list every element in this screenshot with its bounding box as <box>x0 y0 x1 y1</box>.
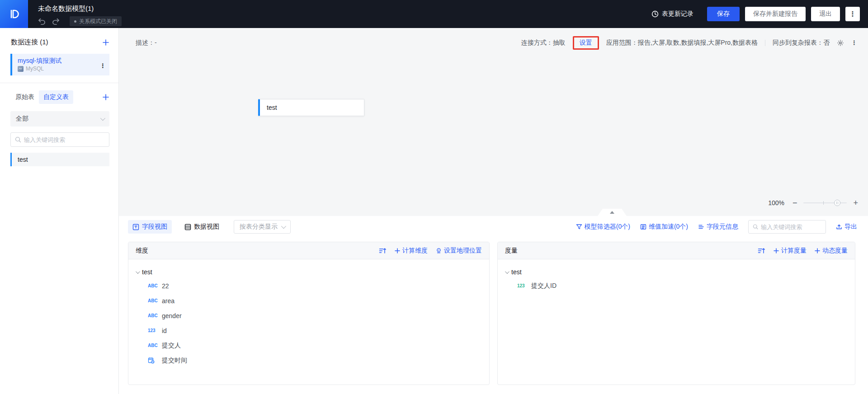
measures-tree: test 123 提交人ID <box>498 259 855 300</box>
arrow-up-icon <box>610 211 614 214</box>
connection-type-label: MySQL <box>26 66 44 72</box>
measures-title: 度量 <box>505 247 518 255</box>
exit-button[interactable]: 退出 <box>811 7 840 21</box>
header-more-button[interactable]: ⋮ <box>845 7 860 21</box>
dimension-field-row[interactable]: 123 id <box>136 323 482 338</box>
redo-icon[interactable] <box>52 18 60 25</box>
dimension-group-row[interactable]: test <box>136 266 482 278</box>
export-label: 导出 <box>844 223 857 231</box>
model-canvas[interactable]: 描述：- 连接方式：抽取 设置 应用范围：报告,大屏,取数,数据填报,大屏Pro… <box>119 28 868 216</box>
dimension-field-row[interactable]: ABC area <box>136 293 482 308</box>
connection-name: mysql-填报测试 <box>18 56 61 65</box>
model-filter-link[interactable]: 模型筛选器(0个) <box>576 223 630 231</box>
top-header: 未命名数据模型(1) 关系模式已关闭 表更新记录 保存 保存并新建报告 退出 ⋮ <box>0 0 868 28</box>
field-label: 提交人ID <box>531 282 557 290</box>
canvas-more-icon[interactable]: ⋮ <box>851 40 857 46</box>
dimension-field-row[interactable]: ABC 22 <box>136 278 482 293</box>
plus-icon <box>102 39 109 46</box>
status-dot-icon <box>74 20 76 23</box>
display-mode-select[interactable]: 按表分类显示 <box>234 220 291 234</box>
card-list-icon <box>640 224 646 230</box>
set-geo-label: 设置地理位置 <box>444 247 482 255</box>
text-type-icon: ABC <box>148 313 158 318</box>
table-update-log-button[interactable]: 表更新记录 <box>651 10 693 18</box>
add-calc-measure-button[interactable]: 计算度量 <box>774 247 807 255</box>
connection-more-icon[interactable]: ⋮ <box>100 63 106 69</box>
measure-group-row[interactable]: test <box>505 266 848 278</box>
export-icon <box>836 224 842 230</box>
mysql-icon <box>18 66 24 72</box>
connection-item-mysql[interactable]: mysql-填报测试 MySQL ⋮ <box>10 54 109 75</box>
zoom-out-button[interactable]: − <box>793 199 797 207</box>
table-filter-select[interactable]: 全部 <box>10 111 109 127</box>
table-filter-value: 全部 <box>16 115 28 123</box>
field-view-icon <box>132 224 139 230</box>
export-link[interactable]: 导出 <box>836 223 857 231</box>
slider-handle[interactable] <box>834 200 840 206</box>
page-title: 未命名数据模型(1) <box>38 5 94 13</box>
slider-track <box>803 202 847 203</box>
settings-highlight-box: 设置 <box>573 36 599 50</box>
tab-data-view-label: 数据视图 <box>194 223 219 231</box>
zoom-slider[interactable] <box>803 200 847 206</box>
data-view-icon <box>184 224 191 230</box>
sort-button[interactable] <box>379 248 387 254</box>
tab-original-tables[interactable]: 原始表 <box>11 90 39 104</box>
sidebar-table-item-test[interactable]: test <box>10 153 109 166</box>
sort-icon <box>379 248 387 254</box>
dimensions-tree: test ABC 22 ABC area ABC gender 123 id <box>128 259 489 374</box>
dimension-field-row[interactable]: ABC 提交人 <box>136 338 482 353</box>
number-type-icon: 123 <box>517 283 527 288</box>
dimension-field-row[interactable]: ABC gender <box>136 308 482 323</box>
field-meta-label: 字段元信息 <box>707 223 738 231</box>
add-dynamic-measure-button[interactable]: 动态度量 <box>815 247 848 255</box>
field-meta-link[interactable]: 字段元信息 <box>698 223 738 231</box>
field-label: 提交人 <box>162 342 181 350</box>
field-label: 22 <box>162 282 169 290</box>
measures-panel: 度量 计算度量 动态度量 <box>497 242 855 385</box>
save-button[interactable]: 保存 <box>707 7 740 21</box>
settings-link[interactable]: 设置 <box>580 39 592 47</box>
zoom-in-button[interactable]: + <box>853 199 858 207</box>
left-sidebar: 数据连接 (1) mysql-填报测试 MySQL ⋮ 原始表 自定义表 <box>0 28 119 394</box>
tab-field-view[interactable]: 字段视图 <box>128 220 172 234</box>
add-connection-button[interactable] <box>102 39 109 46</box>
tab-custom-tables[interactable]: 自定义表 <box>39 90 73 104</box>
dimension-accel-label: 维值加速(0个) <box>649 223 688 231</box>
add-calc-dimension-label: 计算维度 <box>402 247 428 255</box>
add-calc-dimension-button[interactable]: 计算维度 <box>395 247 428 255</box>
app-logo[interactable] <box>0 0 28 28</box>
canvas-table-node-test[interactable]: test <box>258 99 364 116</box>
text-type-icon: ABC <box>148 298 158 303</box>
bottom-search <box>748 220 826 234</box>
sidebar-search-input[interactable] <box>24 136 105 143</box>
dimension-accel-link[interactable]: 维值加速(0个) <box>640 223 688 231</box>
scope-label: 应用范围：报告,大屏,取数,数据填报,大屏Pro,数据表格 <box>606 39 758 47</box>
dimensions-title: 维度 <box>136 247 148 255</box>
search-icon <box>15 136 21 143</box>
add-custom-table-button[interactable] <box>102 94 109 101</box>
plus-icon <box>395 248 400 253</box>
dimension-field-row[interactable]: 提交时间 <box>136 353 482 368</box>
sort-icon <box>758 248 765 254</box>
undo-icon[interactable] <box>38 18 46 25</box>
sort-button[interactable] <box>758 248 765 254</box>
brand-d-icon <box>7 7 21 21</box>
zoom-controls: 100% − + <box>768 199 858 207</box>
field-label: gender <box>162 312 182 319</box>
datetime-type-icon <box>148 357 158 364</box>
table-update-log-label: 表更新记录 <box>662 10 693 18</box>
measure-field-row[interactable]: 123 提交人ID <box>505 278 848 293</box>
display-mode-value: 按表分类显示 <box>240 223 278 231</box>
save-and-new-report-button[interactable]: 保存并新建报告 <box>745 7 806 21</box>
plus-icon <box>102 94 109 101</box>
search-icon <box>753 224 758 230</box>
panel-collapse-handle[interactable] <box>598 209 627 216</box>
tab-data-view[interactable]: 数据视图 <box>180 220 224 234</box>
relation-mode-badge: 关系模式已关闭 <box>70 16 122 26</box>
gear-icon[interactable] <box>837 39 844 47</box>
field-label: 提交时间 <box>162 356 187 365</box>
set-geo-button[interactable]: 设置地理位置 <box>436 247 482 255</box>
bottom-search-input[interactable] <box>761 224 821 230</box>
slider-tick <box>823 201 824 205</box>
